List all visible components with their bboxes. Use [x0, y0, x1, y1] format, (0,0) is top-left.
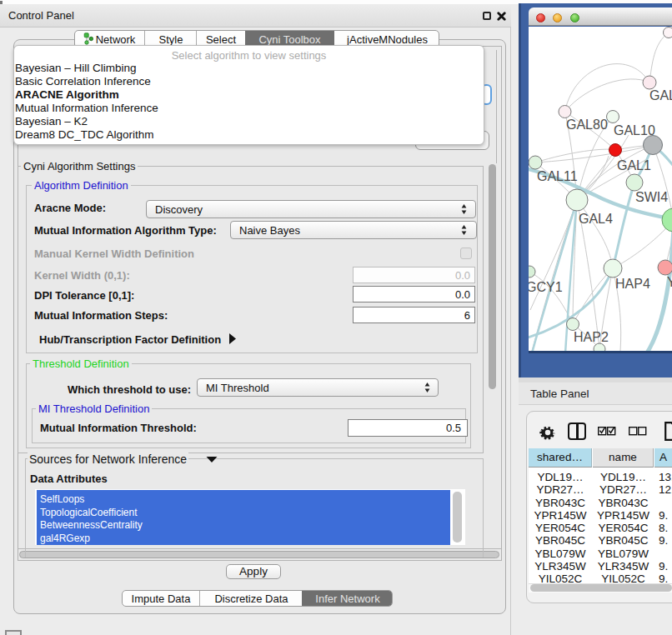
- svg-text:GAL2: GAL2: [649, 88, 672, 102]
- svg-text:Y: Y: [667, 275, 672, 289]
- svg-text:GAL1: GAL1: [617, 158, 651, 172]
- svg-text:SWI4: SWI4: [635, 190, 668, 204]
- svg-text:GCY1: GCY1: [529, 280, 563, 294]
- svg-text:GAL11: GAL11: [537, 169, 578, 183]
- svg-text:GAL10: GAL10: [614, 123, 655, 138]
- svg-text:GAL4: GAL4: [579, 212, 613, 226]
- svg-text:GAL80: GAL80: [566, 118, 608, 132]
- svg-text:HAP4: HAP4: [615, 277, 650, 291]
- svg-text:HAP2: HAP2: [574, 330, 609, 344]
